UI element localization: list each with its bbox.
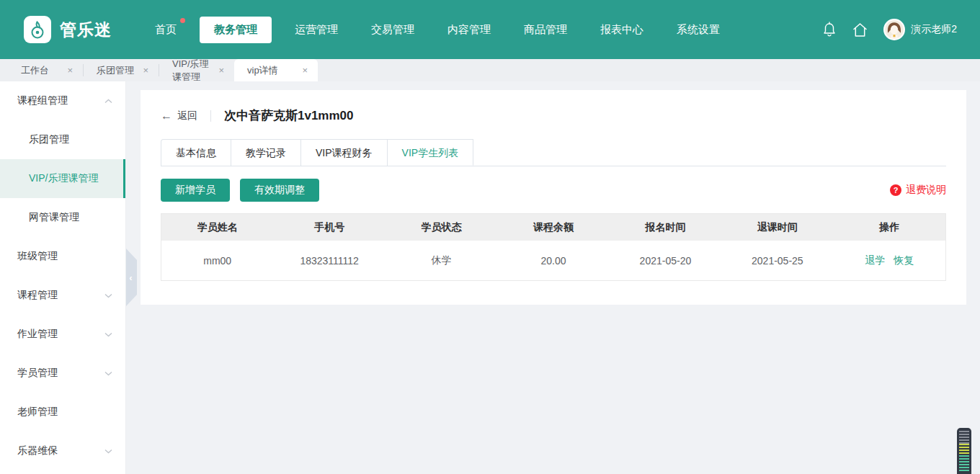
top-header: 管乐迷 首页 教务管理 运营管理 交易管理 内容管理 商品管理 报表中心 系统设… — [0, 0, 980, 59]
tab-vip-student-list[interactable]: VIP学生列表 — [388, 139, 474, 166]
cell-quit-date: 2021-05-25 — [721, 241, 833, 280]
nav-item-transactions[interactable]: 交易管理 — [361, 17, 424, 43]
cell-balance: 20.00 — [497, 241, 609, 280]
open-tab-label: 工作台 — [21, 64, 49, 77]
minimap-stripes-gray — [959, 431, 969, 444]
action-bar: 新增学员 有效期调整 ? 退费说明 — [161, 179, 946, 202]
col-header-student-name: 学员姓名 — [161, 214, 273, 241]
sidebar-item-teachers[interactable]: 老师管理 — [0, 393, 125, 431]
nav-item-label: 首页 — [155, 23, 177, 35]
nav-item-academic[interactable]: 教务管理 — [200, 17, 272, 43]
chevron-left-icon: ‹ — [129, 272, 132, 283]
back-button[interactable]: ← 返回 — [161, 109, 197, 122]
nav-item-operations[interactable]: 运营管理 — [285, 17, 348, 43]
nav-item-label: 交易管理 — [371, 23, 414, 35]
col-header-status: 学员状态 — [386, 214, 497, 241]
close-icon[interactable]: × — [67, 65, 73, 76]
sidebar-item-label: 课程组管理 — [17, 94, 68, 107]
sidebar: 课程组管理 乐团管理 VIP/乐理课管理 网管课管理 班级管理 课程管理 作业管… — [0, 81, 126, 474]
tab-basic-info[interactable]: 基本信息 — [161, 139, 231, 166]
adjust-validity-button[interactable]: 有效期调整 — [240, 179, 319, 202]
sidebar-item-classes[interactable]: 班级管理 — [0, 237, 125, 276]
cell-enroll-date: 2021-05-20 — [610, 241, 721, 280]
title-divider — [210, 110, 211, 122]
nav-item-settings[interactable]: 系统设置 — [667, 17, 730, 43]
close-icon[interactable]: × — [143, 65, 148, 76]
sidebar-item-vip-management[interactable]: VIP/乐理课管理 — [0, 159, 125, 198]
sidebar-item-label: 作业管理 — [17, 328, 58, 341]
col-header-quit-date: 退课时间 — [721, 214, 833, 241]
user-menu[interactable]: 演示老师2 — [883, 19, 957, 40]
quit-school-link[interactable]: 退学 — [865, 254, 885, 267]
close-icon[interactable]: × — [218, 65, 224, 76]
refund-note-link[interactable]: ? 退费说明 — [890, 184, 946, 197]
sidebar-item-students[interactable]: 学员管理 — [0, 354, 125, 393]
sidebar-item-course-groups[interactable]: 课程组管理 — [0, 81, 125, 120]
sidebar-item-label: 乐器维保 — [17, 444, 58, 457]
nav-item-label: 商品管理 — [524, 23, 567, 35]
sidebar-item-instrument-maintenance[interactable]: 乐器维保 — [0, 431, 125, 470]
sidebar-item-label: 乐团管理 — [29, 133, 69, 146]
brand-name: 管乐迷 — [60, 19, 112, 41]
page-title: 次中音萨克斯1v1mm00 — [224, 107, 354, 124]
open-tab-label: VIP/乐理课管理 — [172, 58, 213, 84]
detail-card: ← 返回 次中音萨克斯1v1mm00 基本信息 教学记录 VIP课程财务 VIP… — [141, 90, 966, 305]
back-arrow-icon: ← — [161, 109, 172, 122]
cell-status: 休学 — [386, 241, 497, 280]
col-header-enroll-date: 报名时间 — [610, 214, 721, 241]
main-nav: 首页 教务管理 运营管理 交易管理 内容管理 商品管理 报表中心 系统设置 — [145, 17, 730, 43]
sidebar-item-courses[interactable]: 课程管理 — [0, 276, 125, 315]
sidebar-item-label: 网管课管理 — [29, 211, 79, 224]
bell-icon[interactable] — [822, 22, 837, 38]
sidebar-item-exam-registration[interactable]: 考级报名 — [0, 470, 125, 474]
home-icon[interactable] — [852, 22, 868, 37]
close-icon[interactable]: × — [302, 65, 308, 76]
tab-label: 基本信息 — [176, 147, 216, 158]
table-header-row: 学员姓名 手机号 学员状态 课程余额 报名时间 退课时间 操作 — [161, 214, 945, 241]
chevron-up-icon — [104, 99, 112, 104]
tab-label: VIP课程财务 — [316, 147, 373, 158]
avatar — [883, 19, 905, 40]
minimap-stripes-yellow — [959, 444, 969, 455]
app-root: 管乐迷 首页 教务管理 运营管理 交易管理 内容管理 商品管理 报表中心 系统设… — [0, 0, 980, 474]
tab-label: 教学记录 — [246, 147, 286, 158]
nav-item-products[interactable]: 商品管理 — [514, 17, 577, 43]
open-tab-label: vip详情 — [247, 64, 278, 77]
open-tab-workbench[interactable]: 工作台 × — [8, 59, 83, 81]
cell-student-name: mm00 — [161, 241, 273, 280]
nav-item-reports[interactable]: 报表中心 — [590, 17, 654, 43]
nav-item-content[interactable]: 内容管理 — [437, 17, 501, 43]
username: 演示老师2 — [911, 23, 957, 36]
add-student-button[interactable]: 新增学员 — [161, 179, 230, 202]
refund-note-label: 退费说明 — [906, 184, 946, 197]
col-header-actions: 操作 — [834, 214, 945, 241]
nav-item-home[interactable]: 首页 — [145, 17, 187, 43]
tab-vip-course-finance[interactable]: VIP课程财务 — [301, 139, 388, 166]
col-header-balance: 课程余额 — [497, 214, 609, 241]
tab-teaching-records[interactable]: 教学记录 — [231, 139, 301, 166]
question-circle-icon: ? — [890, 184, 901, 196]
brand-logo[interactable] — [24, 16, 51, 43]
cell-phone: 18323111112 — [273, 241, 385, 280]
minimap-stripes-green — [959, 455, 969, 471]
back-label: 返回 — [177, 109, 197, 122]
restore-link[interactable]: 恢复 — [894, 254, 914, 267]
col-header-phone: 手机号 — [273, 214, 385, 241]
sidebar-item-orchestra[interactable]: 乐团管理 — [0, 120, 125, 159]
chevron-down-icon — [104, 449, 112, 454]
sidebar-item-homework[interactable]: 作业管理 — [0, 315, 125, 354]
open-tab-orchestra[interactable]: 乐团管理 × — [84, 59, 159, 81]
body-row: 课程组管理 乐团管理 VIP/乐理课管理 网管课管理 班级管理 课程管理 作业管… — [0, 81, 980, 474]
nav-item-label: 系统设置 — [677, 23, 720, 35]
open-tab-vip-management[interactable]: VIP/乐理课管理 × — [159, 59, 234, 81]
notification-dot — [180, 18, 185, 23]
nav-item-label: 报表中心 — [600, 23, 643, 35]
scrollbar-minimap[interactable] — [957, 428, 971, 474]
sidebar-item-label: 班级管理 — [17, 250, 58, 263]
sidebar-item-online-courses[interactable]: 网管课管理 — [0, 198, 125, 237]
sidebar-collapse-handle[interactable]: ‹ — [126, 249, 137, 306]
chevron-down-icon — [104, 293, 112, 298]
open-tab-vip-detail[interactable]: vip详情 × — [234, 59, 318, 81]
nav-item-label: 内容管理 — [447, 23, 491, 35]
sidebar-item-label: 老师管理 — [17, 406, 58, 419]
